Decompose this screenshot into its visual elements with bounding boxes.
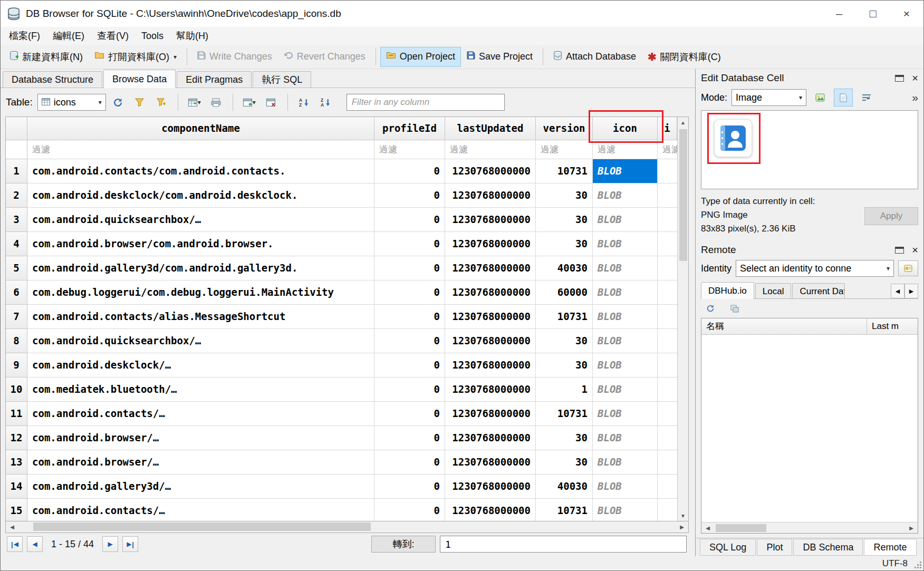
remote-clone-button[interactable] (725, 299, 744, 317)
cell-version[interactable]: 30 (536, 450, 593, 475)
cell-componentName[interactable]: com.android.quicksearchbox/… (27, 329, 374, 353)
row-number[interactable]: 4 (6, 232, 27, 256)
cell-lastUpdated[interactable]: 1230768000000 (445, 305, 536, 329)
cell-lastUpdated[interactable]: 1230768000000 (445, 378, 536, 402)
column-header-extra[interactable]: i (658, 117, 677, 140)
cell-componentName[interactable]: com.android.browser/… (27, 450, 374, 475)
cell-componentName[interactable]: com.android.quicksearchbox/… (27, 208, 374, 232)
identity-select[interactable]: Select an identity to conne ▾ (736, 260, 894, 277)
tab-db-schema[interactable]: DB Schema (793, 539, 863, 556)
menu-help[interactable]: 幫助(H) (170, 27, 215, 45)
row-number[interactable]: 1 (6, 159, 27, 183)
last-page-button[interactable]: ▶| (122, 536, 138, 552)
cell-componentName[interactable]: com.mediatek.bluetooth/… (27, 378, 374, 402)
row-number[interactable]: 12 (6, 426, 27, 450)
previous-page-button[interactable]: ◀ (27, 536, 43, 552)
remote-refresh-button[interactable] (701, 299, 720, 317)
select-identity-file-button[interactable] (898, 260, 918, 276)
next-page-button[interactable]: ▶ (102, 536, 118, 552)
cell-profileId[interactable]: 0 (374, 426, 445, 450)
tab-scroll-right-icon[interactable]: ▶ (904, 284, 918, 298)
tab-browse-data[interactable]: Browse Data (103, 70, 176, 88)
cell-extra[interactable] (658, 402, 677, 426)
tab-current-database[interactable]: Current Dat (792, 283, 845, 298)
remote-horizontal-scrollbar[interactable]: ◀ ▶ (701, 522, 918, 533)
scroll-right-icon[interactable]: ▶ (905, 525, 918, 531)
first-page-button[interactable]: |◀ (7, 536, 23, 552)
attach-database-button[interactable]: Attach Database (547, 47, 642, 67)
cell-version[interactable]: 40030 (536, 475, 593, 499)
tab-scroll-left-icon[interactable]: ◀ (891, 284, 904, 298)
cell-icon[interactable]: BLOB (593, 378, 658, 402)
cell-extra[interactable] (658, 450, 677, 475)
filter-input-name[interactable]: 過濾 (27, 140, 374, 159)
scroll-left-icon[interactable]: ◀ (6, 524, 18, 530)
encoding-indicator[interactable]: UTF-8 (882, 558, 908, 569)
open-database-button[interactable]: 打開資料庫(O) ▾ (89, 47, 182, 67)
column-header-name[interactable]: componentName (27, 117, 374, 140)
cell-version[interactable]: 40030 (536, 256, 593, 280)
remote-column-last-modified[interactable]: Last m (867, 318, 918, 335)
cell-componentName[interactable]: com.android.deskclock/com.android.deskcl… (27, 183, 374, 208)
cell-icon[interactable]: BLOB (593, 256, 658, 280)
row-number[interactable]: 10 (6, 378, 27, 402)
cell-icon[interactable]: BLOB (593, 305, 658, 329)
sort-descending-button[interactable]: ZA (316, 93, 335, 111)
cell-profileId[interactable]: 0 (374, 499, 445, 521)
cell-profileId[interactable]: 0 (374, 378, 445, 402)
text-view-button[interactable] (834, 89, 853, 107)
tab-sql-log[interactable]: SQL Log (700, 539, 756, 556)
cell-icon[interactable]: BLOB (593, 232, 658, 256)
cell-version[interactable]: 10731 (536, 305, 593, 329)
horizontal-scrollbar-thumb[interactable] (33, 522, 371, 531)
cell-icon[interactable]: BLOB (593, 280, 658, 305)
scroll-down-icon[interactable]: ▼ (678, 510, 688, 521)
cell-componentName[interactable]: com.android.gallery3d/… (27, 475, 374, 499)
overflow-chevron-icon[interactable]: » (912, 91, 918, 104)
cell-lastUpdated[interactable]: 1230768000000 (445, 280, 536, 305)
cell-version[interactable]: 10731 (536, 402, 593, 426)
cell-extra[interactable] (658, 280, 677, 305)
cell-profileId[interactable]: 0 (374, 305, 445, 329)
cell-componentName[interactable]: com.android.contacts/… (27, 402, 374, 426)
write-changes-button[interactable]: Write Changes (191, 47, 278, 67)
cell-version[interactable]: 30 (536, 329, 593, 353)
cell-lastUpdated[interactable]: 1230768000000 (445, 353, 536, 378)
cell-extra[interactable] (658, 256, 677, 280)
cell-version[interactable]: 30 (536, 208, 593, 232)
delete-record-button[interactable] (262, 93, 281, 111)
cell-extra[interactable] (658, 329, 677, 353)
cell-componentName[interactable]: com.android.deskclock/… (27, 353, 374, 378)
cell-extra[interactable] (658, 475, 677, 499)
cell-icon[interactable]: BLOB (593, 426, 658, 450)
cell-version[interactable]: 30 (536, 232, 593, 256)
cell-version[interactable]: 30 (536, 353, 593, 378)
filter-any-column-input[interactable] (346, 94, 505, 111)
cell-icon[interactable]: BLOB (593, 450, 658, 475)
save-results-button[interactable]: ▾ (185, 93, 204, 111)
cell-icon[interactable]: BLOB (593, 159, 658, 183)
cell-extra[interactable] (658, 232, 677, 256)
insert-record-dropdown-icon[interactable]: ▾ (253, 99, 256, 106)
filter-input-profileId[interactable]: 過濾 (374, 140, 445, 159)
filter-input-extra[interactable]: 過濾 (658, 140, 677, 159)
cell-profileId[interactable]: 0 (374, 232, 445, 256)
tab-edit-pragmas[interactable]: Edit Pragmas (177, 71, 252, 88)
column-header-profileId[interactable]: profileId (374, 117, 445, 140)
cell-profileId[interactable]: 0 (374, 353, 445, 378)
row-number[interactable]: 11 (6, 402, 27, 426)
cell-icon[interactable]: BLOB (593, 183, 658, 208)
goto-record-input[interactable] (440, 536, 687, 553)
scroll-up-icon[interactable]: ▲ (678, 117, 688, 128)
row-number[interactable]: 9 (6, 353, 27, 378)
cell-extra[interactable] (658, 305, 677, 329)
insert-record-button[interactable]: ▾ (240, 93, 259, 111)
tab-execute-sql[interactable]: 執行 SQL (253, 71, 311, 88)
row-number[interactable]: 8 (6, 329, 27, 353)
mode-select[interactable]: Image ▾ (732, 89, 806, 106)
cell-profileId[interactable]: 0 (374, 280, 445, 305)
cell-profileId[interactable]: 0 (374, 402, 445, 426)
float-panel-icon[interactable] (895, 75, 904, 82)
filter-input-icon[interactable]: 過濾 (593, 140, 658, 159)
cell-lastUpdated[interactable]: 1230768000000 (445, 426, 536, 450)
